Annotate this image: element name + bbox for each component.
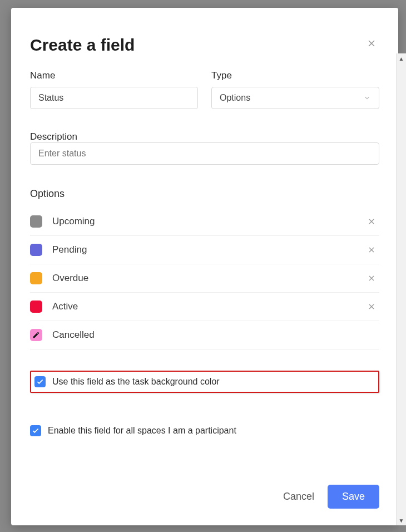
name-type-row: Name Type Options [30,70,379,109]
modal-footer: Cancel Save [30,457,379,509]
remove-option-icon[interactable] [364,217,379,226]
option-row-upcoming: Upcoming [30,208,379,236]
modal-header: Create a field [30,36,379,55]
option-label[interactable]: Cancelled [52,329,379,341]
remove-option-icon[interactable] [364,302,379,311]
options-label: Options [30,188,379,200]
modal-title: Create a field [30,36,135,55]
name-input[interactable] [30,87,198,109]
remove-option-icon[interactable] [364,274,379,283]
spaces-checkbox-row: Enable this field for all spaces I am a … [30,425,379,436]
option-row-overdue: Overdue [30,264,379,293]
type-field-group: Type Options [211,70,379,109]
option-row-active: Active [30,293,379,321]
color-swatch[interactable] [30,329,42,341]
close-icon[interactable] [364,36,379,51]
option-label[interactable]: Overdue [52,273,364,284]
color-swatch[interactable] [30,244,42,256]
scroll-up-icon[interactable]: ▲ [397,53,406,63]
chevron-down-icon [363,94,371,102]
option-label[interactable]: Pending [52,244,364,255]
description-section: Description [30,131,379,165]
scrollbar[interactable]: ▲ ▼ [396,53,406,525]
cancel-button[interactable]: Cancel [283,491,314,503]
create-field-modal: Create a field Name Type Options Descrip… [11,8,398,525]
scroll-down-icon[interactable]: ▼ [397,515,406,525]
remove-option-icon[interactable] [364,245,379,254]
name-field-group: Name [30,70,198,109]
option-label[interactable]: Active [52,301,364,312]
description-input[interactable] [30,142,379,165]
type-value: Options [220,93,250,103]
color-swatch[interactable] [30,272,42,284]
type-select[interactable]: Options [211,87,379,109]
option-row-cancelled: Cancelled [30,321,379,349]
highlighted-checkbox-row: Use this field as the task background co… [30,371,379,393]
name-label: Name [30,70,198,81]
color-swatch[interactable] [30,301,42,313]
color-swatch[interactable] [30,215,42,228]
option-label[interactable]: Upcoming [52,216,364,227]
pencil-icon [32,331,40,339]
option-row-pending: Pending [30,236,379,264]
spaces-checkbox-label: Enable this field for all spaces I am a … [48,426,236,436]
spaces-checkbox[interactable] [30,425,41,436]
type-label: Type [211,70,379,81]
bg-color-checkbox[interactable] [34,376,46,387]
bg-color-checkbox-label: Use this field as the task background co… [52,377,220,387]
save-button[interactable]: Save [328,485,379,509]
description-label: Description [30,131,77,142]
options-section: Options Upcoming Pending Overdue Active [30,188,379,349]
